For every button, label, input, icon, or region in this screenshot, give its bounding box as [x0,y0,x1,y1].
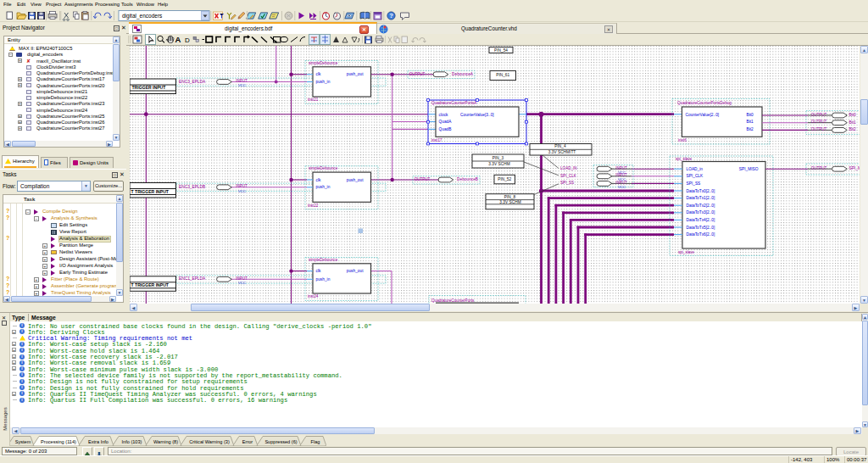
svg-text:SPI_CLK: SPI_CLK [687,174,704,178]
svg-text:QuadB: QuadB [439,127,452,131]
svg-text:A: A [175,35,181,44]
svg-text:Extra Info: Extra Info [88,439,108,444]
svg-text:PIN_4: PIN_4 [554,144,566,148]
svg-text:3.3V SCHM: 3.3V SCHM [499,200,520,204]
svg-text:clk: clk [316,269,321,273]
svg-text:QuadratureCounterPortsA: QuadratureCounterPortsA [431,101,477,105]
svg-text:INPUT: INPUT [236,79,248,83]
svg-text:INPUT: INPUT [236,276,248,281]
svg-text:spi_slave: spi_slave [678,250,695,254]
svg-text:Critical Warning (3): Critical Warning (3) [189,439,230,444]
svg-text:clk: clk [316,72,321,76]
svg-text:push_out: push_out [347,269,364,273]
svg-text:System: System [15,439,31,444]
svg-text:Bit2: Bit2 [849,127,857,131]
svg-text:3.3V SCHMITT: 3.3V SCHMITT [548,150,576,154]
svg-text:Bit1: Bit1 [849,120,857,125]
svg-text:QuadratureCounterPortsDebug: QuadratureCounterPortsDebug [677,101,732,105]
svg-text:spi_slave: spi_slave [676,157,693,161]
svg-text:VCC: VCC [238,83,246,87]
svg-text:PIN_8: PIN_8 [504,195,516,199]
svg-text:inst21: inst21 [308,98,319,102]
svg-text:VCC: VCC [238,281,246,285]
svg-text:ENC1_EPLDA: ENC1_EPLDA [179,276,206,281]
svg-text:Bit1: Bit1 [747,120,754,124]
svg-text:SPI_MISO: SPI_MISO [739,167,759,171]
svg-text:OUTPUT: OUTPUT [811,120,827,124]
svg-text:DataToTx2[2..0]: DataToTx2[2..0] [687,204,715,208]
svg-text:SPI_SS: SPI_SS [560,181,574,185]
svg-text:DataToTx6[2..0]: DataToTx6[2..0] [687,232,715,237]
svg-text:VCC: VCC [238,189,246,193]
svg-text:3.3V SCHM: 3.3V SCHM [488,162,509,166]
svg-text:PIN_52: PIN_52 [498,177,511,181]
svg-text:DataToTx0[2..0]: DataToTx0[2..0] [687,189,715,193]
svg-text:VCC: VCC [618,185,626,189]
svg-text:?: ? [389,12,393,20]
svg-text:OUTPUT: OUTPUT [409,72,426,76]
svg-text:LOAD_in: LOAD_in [687,167,704,171]
svg-text:DebounceB: DebounceB [457,177,478,181]
svg-text:DataToTx4[2..0]: DataToTx4[2..0] [687,218,715,222]
svg-text:Bit0: Bit0 [849,113,857,117]
svg-text:Warning (8): Warning (8) [153,439,178,444]
svg-text:simpleDebounce: simpleDebounce [309,61,338,65]
svg-text:ENC3_EPLDB: ENC3_EPLDB [179,185,205,189]
svg-text:QuadA: QuadA [439,120,453,124]
svg-text:OUTPUT: OUTPUT [415,177,431,181]
svg-text:SPI_SS: SPI_SS [687,181,701,186]
svg-text:DataToTx5[2..0]: DataToTx5[2..0] [687,226,715,230]
svg-text:PIN_61: PIN_61 [496,73,509,77]
svg-text:SPI_CLK: SPI_CLK [560,174,577,178]
svg-text:OUTPUT: OUTPUT [811,166,827,170]
svg-text:push_in: push_in [316,185,331,189]
svg-text:D: D [185,36,190,44]
svg-text:Processing (114): Processing (114) [41,439,76,444]
svg-text:ENC3_EPLDA: ENC3_EPLDA [179,80,206,84]
svg-text:push_in: push_in [316,277,331,282]
svg-text:Bit2: Bit2 [747,127,754,131]
svg-text:inst6: inst6 [678,138,687,142]
svg-text:T TRIGGER INPUT: T TRIGGER INPUT [131,189,170,194]
svg-text:T TRIGGER INPUT: T TRIGGER INPUT [131,282,170,287]
svg-text:DebounceA: DebounceA [452,72,474,76]
svg-text:PIN_54: PIN_54 [494,48,508,53]
svg-text:inst22: inst22 [308,204,319,208]
svg-text:LOAD_IN: LOAD_IN [560,166,577,170]
svg-text:Error: Error [242,439,253,444]
svg-text:SPI_M: SPI_M [849,166,860,170]
svg-text:CounterValue[3..0]: CounterValue[3..0] [460,113,494,117]
svg-text:CounterValue[2..0]: CounterValue[2..0] [686,113,720,117]
svg-text:INPUT: INPUT [236,184,248,188]
svg-text:push_in: push_in [316,80,331,84]
svg-text:QuadratureCounterPorts: QuadratureCounterPorts [431,298,475,303]
svg-text:Flag: Flag [311,439,320,444]
svg-text:clock: clock [439,113,449,117]
svg-text:clk: clk [316,178,321,182]
svg-text:inst24: inst24 [308,294,319,298]
svg-text:Info (103): Info (103) [122,439,142,444]
svg-text:PIN_3: PIN_3 [492,156,504,160]
svg-text:OUTPUT: OUTPUT [811,127,827,131]
svg-text:Suppressed (6): Suppressed (6) [264,439,297,444]
svg-text:simpleDebounce: simpleDebounce [309,166,338,170]
svg-text:Bit0: Bit0 [747,113,754,117]
svg-text:push_out: push_out [347,72,364,76]
svg-text:digital_encoders: digital_encoders [122,13,163,20]
svg-text:push_out: push_out [347,178,364,182]
svg-text:DataToTx3[2..0]: DataToTx3[2..0] [687,210,715,215]
svg-text:simpleDebounce: simpleDebounce [309,258,338,262]
svg-text:DataToTx1[2..0]: DataToTx1[2..0] [687,196,715,200]
svg-text:inst17: inst17 [431,138,442,142]
svg-text:OUTPUT: OUTPUT [811,113,827,117]
svg-text:TRIGGER INPUT: TRIGGER INPUT [132,85,167,90]
